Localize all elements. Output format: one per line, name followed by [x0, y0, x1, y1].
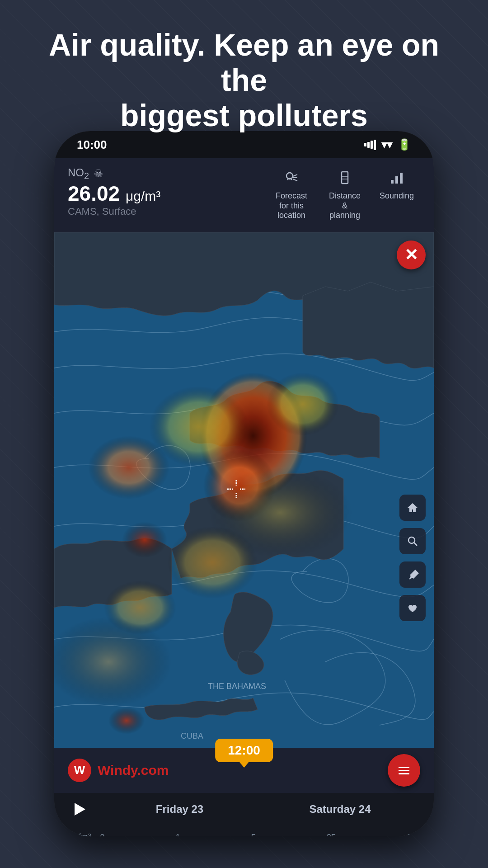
close-button[interactable]: ✕ [397, 241, 426, 269]
pollutant-label: NO2 ☠ [68, 166, 267, 181]
home-button[interactable] [399, 495, 426, 521]
app-header: NO2 ☠ 26.02 μg/m³ CAMS, Surface For [54, 158, 434, 232]
svg-rect-5 [395, 176, 398, 184]
status-bar: 10:00 ▾▾ 🔋 [54, 131, 434, 158]
svg-point-17 [122, 522, 167, 558]
svg-point-26 [408, 537, 415, 543]
measurement-value: 26.02 μg/m³ [68, 183, 267, 204]
legend-container: 0 1 5 25 100 [100, 832, 420, 836]
svg-rect-29 [399, 770, 409, 771]
sounding-icon [389, 170, 404, 189]
windy-logo: W Windy.com [68, 759, 169, 782]
windy-logo-circle: W [68, 759, 91, 782]
svg-point-12 [267, 373, 339, 436]
map-side-buttons [399, 495, 426, 621]
menu-button[interactable] [388, 754, 420, 787]
day2-label: Saturday 24 [260, 803, 420, 816]
battery-icon: 🔋 [398, 138, 411, 151]
page-headline: Air quality. Keep an eye on the biggest … [0, 27, 488, 133]
forecast-label: Forecast for this location [273, 191, 310, 221]
pollutant-subscript: 2 [84, 171, 89, 181]
timeline-days: Friday 23 Saturday 24 [99, 803, 420, 816]
legend-val-25: 25 [327, 833, 336, 836]
favorite-button[interactable] [399, 595, 426, 621]
sounding-label: Sounding [380, 191, 414, 201]
time-display: 12:00 [228, 743, 260, 757]
windy-dot: .com [137, 763, 169, 778]
time: 10:00 [77, 138, 107, 152]
windy-brand-text: Windy.com [98, 763, 169, 778]
headline-line2: biggest polluters [120, 98, 368, 132]
close-icon: ✕ [404, 245, 418, 264]
legend-val-5: 5 [251, 833, 256, 836]
svg-text:CUBA: CUBA [181, 731, 203, 741]
svg-point-11 [149, 386, 249, 467]
pollutant-name: NO2 [68, 166, 89, 181]
distance-label: Distance & planning [326, 191, 363, 221]
signal-icon [364, 140, 376, 150]
value-unit: μg/m³ [126, 189, 160, 203]
svg-rect-1 [342, 172, 348, 184]
svg-marker-31 [75, 803, 85, 816]
windy-name: Windy [98, 763, 137, 778]
skull-icon: ☠ [94, 167, 103, 180]
map-crosshair [223, 476, 250, 505]
svg-line-27 [414, 542, 417, 546]
svg-rect-28 [399, 767, 409, 768]
svg-point-18 [108, 707, 145, 734]
forecast-icon [284, 170, 299, 189]
svg-rect-6 [400, 173, 403, 184]
playback-controls: Friday 23 Saturday 24 [54, 793, 434, 826]
windy-logo-letter: W [74, 763, 85, 777]
measurement-info: NO2 ☠ 26.02 μg/m³ CAMS, Surface [68, 166, 267, 217]
wifi-icon: ▾▾ [381, 138, 392, 151]
headline-line1: Air quality. Keep an eye on the [49, 28, 439, 97]
forecast-button[interactable]: Forecast for this location [267, 166, 316, 224]
svg-rect-4 [391, 180, 394, 184]
pin-button[interactable] [399, 561, 426, 588]
svg-rect-30 [399, 773, 409, 774]
search-button[interactable] [399, 528, 426, 554]
value-number: 26.02 [68, 182, 120, 205]
current-time-bubble: 12:00 [215, 739, 273, 762]
svg-text:THE BAHAMAS: THE BAHAMAS [208, 682, 266, 691]
legend-val-1: 1 [176, 833, 180, 836]
distance-icon [337, 170, 352, 189]
legend-val-0: 0 [100, 833, 105, 836]
map-view[interactable]: THE BAHAMAS CUBA DOMINICAN REPUBLIC ✕ [54, 232, 434, 748]
distance-button[interactable]: Distance & planning [320, 166, 370, 224]
day1-label: Friday 23 [99, 803, 260, 816]
measurement-source: CAMS, Surface [68, 206, 267, 217]
phone-frame: 10:00 ▾▾ 🔋 NO2 ☠ 26.02 μg/m³ [54, 131, 434, 836]
header-action-buttons: Forecast for this location Distance & pl… [267, 166, 420, 224]
bottom-bar: W Windy.com 12:00 [54, 748, 434, 793]
sounding-button[interactable]: Sounding [373, 166, 420, 205]
status-icons: ▾▾ 🔋 [364, 138, 411, 151]
legend-labels: 0 1 5 25 100 [100, 833, 420, 836]
play-button[interactable] [68, 798, 90, 821]
legend-bar: μg/m³ 0 1 5 25 100 [54, 826, 434, 836]
